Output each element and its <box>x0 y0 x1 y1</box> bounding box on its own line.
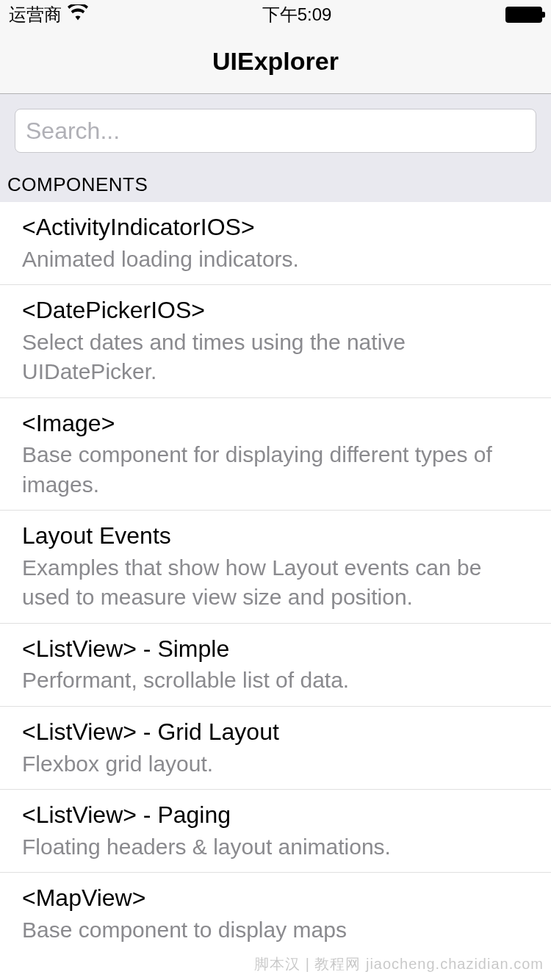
list-item[interactable]: Layout Events Examples that show how Lay… <box>0 511 551 624</box>
list-item-desc: Floating headers & layout animations. <box>22 832 529 862</box>
search-input[interactable] <box>15 109 536 153</box>
status-time: 下午5:09 <box>262 3 332 26</box>
status-left: 运营商 <box>9 3 88 26</box>
list-item-title: <ActivityIndicatorIOS> <box>22 212 529 243</box>
list-item-desc: Animated loading indicators. <box>22 245 529 275</box>
navigation-bar: UIExplorer <box>0 29 551 94</box>
section-header-components: COMPONENTS <box>0 167 551 202</box>
list-item-title: Layout Events <box>22 521 529 552</box>
list-item-title: <ListView> - Paging <box>22 800 529 831</box>
list-item-desc: Performant, scrollable list of data. <box>22 666 529 696</box>
list-item[interactable]: <ListView> - Grid Layout Flexbox grid la… <box>0 707 551 790</box>
list-item-title: <Image> <box>22 408 529 439</box>
components-list: <ActivityIndicatorIOS> Animated loading … <box>0 202 551 955</box>
list-item[interactable]: <ActivityIndicatorIOS> Animated loading … <box>0 202 551 285</box>
wifi-icon <box>68 4 88 25</box>
carrier-label: 运营商 <box>9 3 62 26</box>
list-item-title: <MapView> <box>22 883 529 914</box>
status-right <box>505 7 542 23</box>
watermark-text: 脚本汉 | 教程网 jiaocheng.chazidian.com <box>254 954 544 974</box>
list-item-desc: Select dates and times using the native … <box>22 328 529 387</box>
list-item-title: <ListView> - Grid Layout <box>22 717 529 748</box>
list-item-desc: Flexbox grid layout. <box>22 749 529 779</box>
list-item[interactable]: <MapView> Base component to display maps <box>0 873 551 955</box>
list-item-title: <DatePickerIOS> <box>22 295 529 326</box>
status-bar: 运营商 下午5:09 <box>0 0 551 29</box>
list-item-desc: Base component for displaying different … <box>22 440 529 500</box>
list-item[interactable]: <Image> Base component for displaying di… <box>0 398 551 511</box>
list-item-title: <ListView> - Simple <box>22 634 529 665</box>
list-item[interactable]: <ListView> - Paging Floating headers & l… <box>0 790 551 873</box>
list-item-desc: Base component to display maps <box>22 915 529 945</box>
list-item-desc: Examples that show how Layout events can… <box>22 553 529 613</box>
search-container <box>0 94 551 167</box>
list-item[interactable]: <ListView> - Simple Performant, scrollab… <box>0 624 551 707</box>
page-title: UIExplorer <box>212 47 339 76</box>
list-item[interactable]: <DatePickerIOS> Select dates and times u… <box>0 285 551 398</box>
battery-icon <box>505 7 542 23</box>
